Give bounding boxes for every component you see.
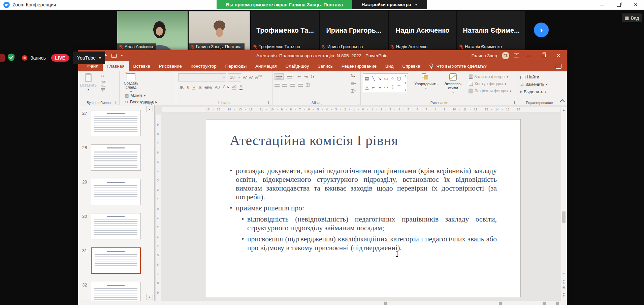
underline-button[interactable]: Ч (192, 84, 195, 90)
close-button[interactable]: ✕ (627, 0, 644, 9)
account-name[interactable]: Галина Заец (472, 53, 497, 58)
copy-icon[interactable] (101, 81, 105, 86)
view-button[interactable]: ▦ Вид (622, 13, 642, 22)
font-size-combobox[interactable]: 20▾ (228, 73, 241, 81)
shapes-gallery-scroll[interactable]: ▲▼▼ (403, 74, 408, 92)
increase-indent-icon[interactable]: ⇥ (304, 74, 308, 79)
ppt-close-button[interactable]: ✕ (553, 53, 564, 58)
dialog-launcher-icon[interactable] (268, 101, 271, 104)
dialog-launcher-icon[interactable] (357, 101, 360, 104)
italic-button[interactable]: К (187, 85, 189, 90)
customize-qat-icon[interactable]: ▾ (121, 54, 123, 57)
participant-tile[interactable]: Галина Заєць. Полтава (189, 11, 250, 50)
slide-title[interactable]: Атестаційна комісія І рівня (230, 132, 398, 148)
decrease-indent-icon[interactable]: ⇤ (297, 74, 301, 79)
slide-thumbnail-27[interactable]: 27 (91, 110, 141, 136)
previous-slide-button[interactable]: ▲▲ (562, 279, 566, 284)
panel-scroll-up-button[interactable]: ▲ (146, 106, 153, 112)
find-button[interactable]: Найти (520, 75, 558, 79)
slide-canvas[interactable]: Атестаційна комісія І рівня •розглядає д… (206, 119, 521, 297)
avatar[interactable]: ГЗ (502, 52, 509, 59)
shape-elbow-connector-icon[interactable]: ⌐ (372, 85, 375, 90)
tab-Анимация[interactable]: Анимация (251, 61, 281, 71)
scroll-up-icon[interactable]: ▲ (562, 107, 566, 112)
next-participants-button[interactable]: › (534, 23, 549, 37)
bold-button[interactable]: Ж (180, 85, 184, 90)
new-slide-button[interactable]: Создать слайд ▾ (122, 73, 140, 93)
scrollbar-thumb[interactable] (562, 211, 566, 223)
tab-Вид[interactable]: Вид (381, 61, 398, 71)
participant-tile[interactable]: Надія АсюченкоНадія Асюченко (389, 11, 456, 50)
shape-down-arrow-icon[interactable]: ⇩ (391, 85, 394, 90)
align-center-icon[interactable] (282, 83, 287, 87)
layout-button[interactable]: ▦Макет▾ (125, 93, 157, 98)
replace-button[interactable]: ⇄Заменить▾ (520, 82, 558, 87)
paste-button[interactable]: Вставить ▾ (80, 73, 97, 91)
slide-thumbnail-31[interactable]: 31 (91, 247, 141, 274)
start-slideshow-icon[interactable]: ▸ (111, 54, 117, 58)
tab-Справка[interactable]: Справка (398, 61, 424, 71)
slide-thumbnail-32[interactable]: 32 (91, 282, 141, 301)
participant-tile[interactable]: Наталія Єфиме...Наталія Єфименко (457, 11, 525, 50)
participant-tile[interactable]: Трофименко Та...Трофименко Татьяна (251, 11, 319, 50)
shape-line-icon[interactable]: ╲ (372, 76, 375, 81)
shape-right-arrow-icon[interactable]: ⇨ (384, 85, 388, 90)
dialog-launcher-icon[interactable] (514, 101, 517, 104)
align-left-icon[interactable] (275, 83, 280, 87)
tab-Вставка[interactable]: Вставка (129, 61, 155, 71)
status-bar-icon[interactable] (556, 302, 559, 305)
view-settings-button[interactable]: Настройки просмотра ▼ (352, 0, 427, 9)
tab-Главная[interactable]: Главная (103, 61, 129, 71)
select-button[interactable]: Выделить▾ (520, 90, 558, 94)
align-right-icon[interactable] (290, 83, 295, 87)
arrange-button[interactable]: Упорядочить ▾ (413, 73, 439, 90)
slide-thumbnail-preview[interactable] (91, 213, 141, 239)
text-direction-button[interactable]: ⇅▾ (351, 73, 356, 78)
slide-thumbnail-30[interactable]: 30 (91, 213, 141, 239)
comments-icon[interactable] (556, 64, 561, 69)
restore-button[interactable] (610, 0, 627, 9)
shape-outline-button[interactable]: Контур фигуры▾ (469, 81, 511, 86)
change-case-button[interactable]: Аа▾ (223, 84, 229, 90)
shape-oval-icon[interactable]: ○ (391, 76, 394, 81)
vertical-ruler[interactable]: 9876543210123456789 (155, 114, 161, 301)
status-bar-icon[interactable] (384, 302, 387, 305)
shape-textbox-icon[interactable]: ▤ (365, 76, 369, 81)
scroll-down-icon[interactable]: ▼ (562, 271, 566, 276)
ribbon-display-options-icon[interactable]: ˄ (514, 54, 519, 58)
font-color-button[interactable]: А (239, 84, 243, 90)
slide-thumbnail-preview[interactable] (91, 282, 141, 301)
collapse-ribbon-icon[interactable] (560, 99, 565, 105)
quick-styles-button[interactable]: Экспресс-стили ▾ (442, 73, 464, 94)
tab-Слайд-шоу[interactable]: Слайд-шоу (281, 61, 313, 71)
slide-thumbnail-preview[interactable] (91, 144, 141, 171)
text-shadow-button[interactable]: S (198, 85, 201, 90)
format-painter-icon[interactable] (101, 88, 105, 92)
ppt-restore-button[interactable] (539, 53, 549, 58)
vertical-scrollbar[interactable]: ▲ ▼ ▲▲ ▣ ▼▼ (561, 107, 567, 301)
bullets-button[interactable]: ▾ (275, 73, 284, 80)
slide-thumbnail-28[interactable]: 28 (91, 144, 141, 171)
youtube-dropdown[interactable]: YouTube ▼ (73, 52, 105, 64)
shape-rectangle-icon[interactable]: ▭ (384, 76, 388, 81)
slide-thumbnail-preview[interactable] (91, 110, 141, 136)
tab-Конструктор[interactable]: Конструктор (186, 61, 221, 71)
shape-rounded-rectangle-icon[interactable]: ▢ (397, 76, 401, 81)
highlight-color-button[interactable]: аб (232, 84, 236, 90)
cut-icon[interactable]: ✂ (101, 74, 105, 79)
columns-icon[interactable]: ◫ (305, 82, 310, 87)
security-shield-icon[interactable] (7, 53, 15, 63)
minimize-button[interactable]: — (593, 0, 610, 9)
tab-Рисование[interactable]: Рисование (155, 61, 186, 71)
slide-thumbnail-preview[interactable] (91, 247, 141, 274)
shape-effects-button[interactable]: Эффекты фигуры▾ (469, 89, 511, 93)
tab-Переходы[interactable]: Переходы (221, 61, 251, 71)
numbering-button[interactable]: ▾ (286, 74, 295, 79)
panel-scroll-down-button[interactable]: ▼ (146, 294, 153, 300)
strikethrough-button[interactable]: abc (204, 85, 212, 90)
slide-thumbnail-preview[interactable] (91, 179, 141, 205)
tell-me-box[interactable]: Что вы хотите сделать? (429, 61, 486, 71)
slide-thumbnail-29[interactable]: 29 (91, 179, 141, 205)
status-bar-icon[interactable] (543, 302, 546, 305)
increase-font-button[interactable]: А▴ (243, 75, 247, 80)
